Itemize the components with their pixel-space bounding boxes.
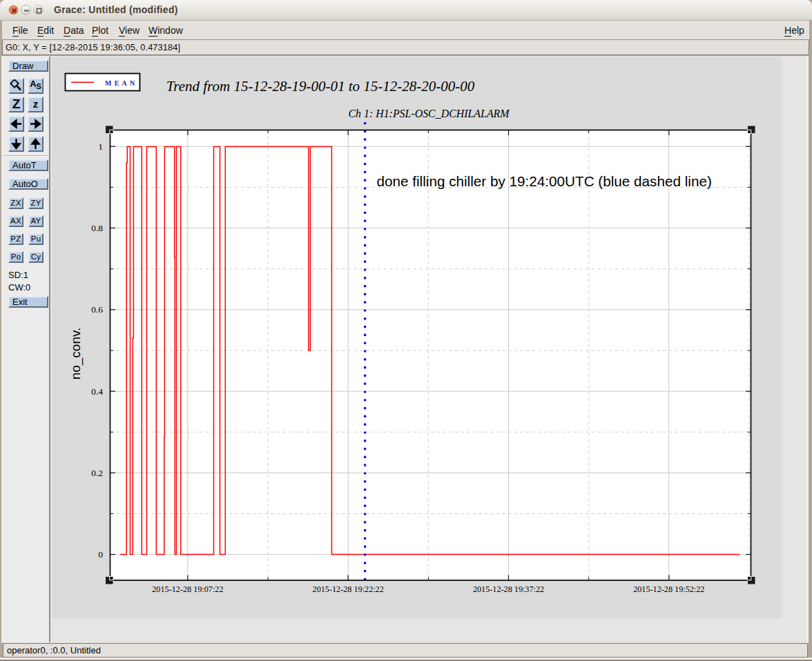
svg-text:0.6: 0.6 <box>91 304 103 315</box>
svg-text:1: 1 <box>98 141 103 152</box>
svg-text:0.4: 0.4 <box>91 386 103 397</box>
svg-text:0.2: 0.2 <box>91 468 103 478</box>
svg-text:2015-12-28 19:37:22: 2015-12-28 19:37:22 <box>473 584 544 594</box>
svg-text:0.8: 0.8 <box>91 223 103 233</box>
svg-text:2015-12-28 19:52:22: 2015-12-28 19:52:22 <box>633 584 704 594</box>
svg-text:MEAN: MEAN <box>105 79 137 87</box>
svg-text:0: 0 <box>98 549 103 560</box>
svg-text:2015-12-28 19:07:22: 2015-12-28 19:07:22 <box>152 584 223 594</box>
svg-text:Ch 1: H1:PSL-OSC_DCHILALARM: Ch 1: H1:PSL-OSC_DCHILALARM <box>348 108 510 119</box>
svg-text:no_conv.: no_conv. <box>68 328 84 380</box>
svg-text:Trend from 15-12-28-19-00-01 t: Trend from 15-12-28-19-00-01 to 15-12-28… <box>166 78 475 95</box>
svg-text:2015-12-28 19:22:22: 2015-12-28 19:22:22 <box>313 584 384 594</box>
svg-text:done filling chiller by 19:24:: done filling chiller by 19:24:00UTC (blu… <box>377 173 712 189</box>
